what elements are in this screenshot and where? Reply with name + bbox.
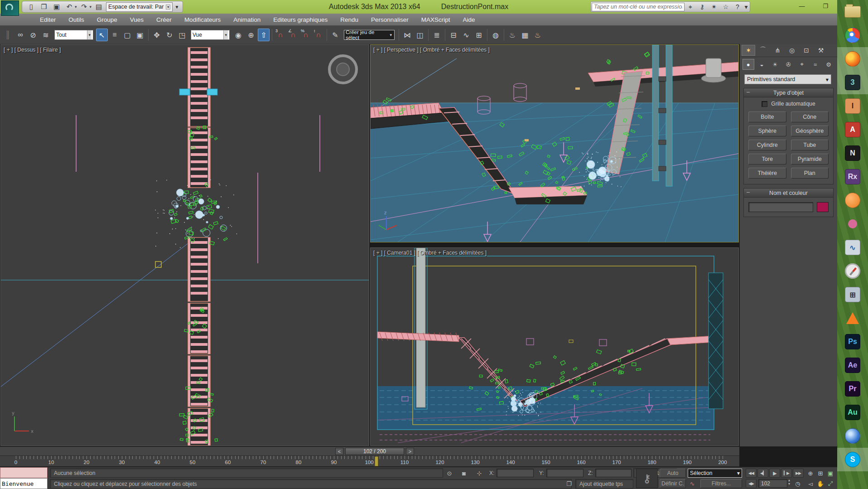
menu-rendu[interactable]: Rendu xyxy=(334,14,365,25)
desktop-icon-photoshop[interactable]: Ps xyxy=(837,330,868,353)
reference-coordinate-dropdown[interactable]: Vue ▾ xyxy=(191,30,230,40)
select-object-button[interactable]: ↖ xyxy=(96,29,108,41)
search-icon[interactable]: ⌖ xyxy=(685,3,696,11)
zoom-viewport-button[interactable]: ⊕ xyxy=(805,469,815,478)
maxscript-mini-listener[interactable]: Bienvenue xyxy=(0,467,48,489)
workspace-dropdown[interactable]: Espace de travail: Par ▾ xyxy=(106,2,173,12)
menu-animation[interactable]: Animation xyxy=(227,14,267,25)
orbit-maximize-button[interactable]: ⤢ xyxy=(825,479,835,488)
category-spacewarps-icon[interactable]: ≈ xyxy=(810,59,821,70)
desktop-icon-premiere[interactable]: Pr xyxy=(837,377,868,401)
default-tangent-icon[interactable]: ∿ xyxy=(688,479,697,488)
key-mode-toggle[interactable]: ◀▶ xyxy=(746,479,757,488)
object-color-swatch[interactable] xyxy=(817,202,829,212)
communication-center-icon[interactable]: ✴ xyxy=(708,3,720,10)
selection-region-button[interactable]: ▢ xyxy=(121,29,133,41)
rendered-frame-window-button[interactable]: ▦ xyxy=(519,29,531,41)
subscription-key-icon[interactable]: ⚷ xyxy=(696,3,708,10)
open-file-button[interactable]: ❒ xyxy=(39,2,49,12)
geometry-category-dropdown[interactable]: Primitives standard ▾ xyxy=(744,74,831,84)
category-cameras-icon[interactable]: ✇ xyxy=(783,59,795,70)
desktop-icon-monitor-graph[interactable]: ∿ xyxy=(837,236,868,259)
align-button[interactable]: ◫ xyxy=(414,29,426,41)
desktop-icon-nuke[interactable]: N xyxy=(837,141,868,165)
favorites-star-icon[interactable]: ☆ xyxy=(720,3,732,10)
spinner-snap-toggle[interactable]: ↕∩ xyxy=(313,29,324,41)
desktop-icon-compass[interactable] xyxy=(837,259,868,283)
create-tore-button[interactable]: Tore xyxy=(748,154,786,165)
scene-explorer-button[interactable]: ⊟ xyxy=(448,29,459,41)
time-slider-handle[interactable]: 102 / 200 xyxy=(345,448,404,455)
menu-editer[interactable]: Editer xyxy=(34,14,62,25)
desktop-icon-autocad[interactable]: A xyxy=(837,118,868,141)
tab-modify-icon[interactable]: ⌒ xyxy=(756,45,770,56)
create-bo-te-button[interactable]: Boîte xyxy=(748,111,786,122)
desktop-icon-chrome[interactable] xyxy=(837,24,868,47)
select-and-rotate-button[interactable]: ↻ xyxy=(164,29,175,41)
restore-button[interactable]: ❐ xyxy=(814,0,837,12)
project-folder-button[interactable]: ▤ xyxy=(93,2,104,12)
select-and-move-button[interactable]: ✥ xyxy=(151,29,163,41)
desktop-icon-skype[interactable]: S xyxy=(837,448,868,471)
y-coordinate-field[interactable] xyxy=(546,469,583,477)
create-th-i-re-button[interactable]: Théière xyxy=(748,168,786,179)
undo-caret-icon[interactable]: ▾ xyxy=(75,5,77,9)
tab-motion-icon[interactable]: ◎ xyxy=(785,45,799,56)
menu-aide[interactable]: Aide xyxy=(456,14,481,25)
new-file-button[interactable]: ▯ xyxy=(26,2,37,12)
help-caret-icon[interactable]: ▾ xyxy=(743,3,749,10)
z-coordinate-field[interactable] xyxy=(595,469,632,477)
redo-caret-icon[interactable]: ▾ xyxy=(90,5,92,9)
menu-maxscript[interactable]: MAXScript xyxy=(415,14,457,25)
listener-script-line[interactable]: Bienvenue xyxy=(0,478,48,489)
viewport-perspective[interactable]: [ + ] [ Perspective ] [ Ombré + Faces dé… xyxy=(370,44,739,242)
viewport-top-label[interactable]: [ + ] [ Dessus ] [ Filaire ] xyxy=(4,47,61,53)
tab-hierarchy-icon[interactable]: ⋔ xyxy=(771,45,784,56)
tab-utilities-icon[interactable]: ⚒ xyxy=(814,45,828,56)
time-tag-window-icon[interactable]: ❐ xyxy=(564,479,574,488)
zoom-all-button[interactable]: ⊞ xyxy=(815,469,825,478)
auto-key-button[interactable]: Auto xyxy=(660,469,686,478)
previous-frame-button[interactable]: ◀▎ xyxy=(757,469,768,478)
bind-to-space-warp-button[interactable]: ≋ xyxy=(40,29,52,41)
time-tag-field[interactable]: Ajout étiquette tps xyxy=(575,479,633,489)
viewport-camera-label[interactable]: [ + ] [ Camera01 ] [ Ombré + Faces délim… xyxy=(373,250,487,256)
key-filters-button[interactable]: Filtres... xyxy=(700,479,742,488)
desktop-icon-firefox[interactable] xyxy=(837,47,868,71)
menu-personnaliser[interactable]: Personnaliser xyxy=(365,14,415,25)
absolute-offset-toggle-icon[interactable]: ⊹ xyxy=(475,469,484,478)
edit-named-selection-sets-button[interactable]: ✎ xyxy=(329,29,341,41)
create-tube-button[interactable]: Tube xyxy=(791,140,829,150)
category-lights-icon[interactable]: ☀ xyxy=(769,59,781,70)
key-filter-selection-dropdown[interactable]: Sélection ▾ xyxy=(688,469,742,478)
percent-snap-toggle[interactable]: %∩ xyxy=(300,29,312,41)
category-systems-icon[interactable]: ⚙ xyxy=(823,59,834,70)
help-button[interactable]: ? xyxy=(732,3,743,10)
next-frame-button[interactable]: ▎▶ xyxy=(781,469,792,478)
redo-button[interactable]: ↷ xyxy=(79,2,90,12)
window-crossing-toggle[interactable]: ▣ xyxy=(134,29,146,41)
selection-filter-dropdown[interactable]: Tout ▾ xyxy=(54,30,93,40)
menu-groupe[interactable]: Groupe xyxy=(91,14,124,25)
desktop-icon-small-pink-app[interactable] xyxy=(837,212,868,236)
layer-manager-button[interactable]: ≣ xyxy=(431,29,443,41)
create-c-ne-button[interactable]: Cône xyxy=(791,111,829,122)
listener-macro-line[interactable] xyxy=(0,467,48,478)
pan-view-button[interactable]: ✋ xyxy=(815,479,825,488)
viewport-perspective-label[interactable]: [ + ] [ Perspective ] [ Ombré + Faces dé… xyxy=(373,47,490,53)
desktop-icon-calculator[interactable]: ⊞ xyxy=(837,283,868,306)
current-frame-field[interactable]: 102 xyxy=(758,479,787,488)
angle-snap-toggle[interactable]: ∠∩ xyxy=(287,29,299,41)
desktop-icon-vlc[interactable] xyxy=(837,306,868,330)
schematic-view-button[interactable]: ⊞ xyxy=(473,29,485,41)
category-shapes-icon[interactable]: ◒ xyxy=(756,59,768,70)
keyboard-shortcut-override-toggle[interactable]: ⇧ xyxy=(258,29,270,41)
go-to-end-button[interactable]: ▶▶ xyxy=(793,469,804,478)
desktop-icon-indesign[interactable]: I xyxy=(837,94,868,118)
category-geometry-icon[interactable]: ● xyxy=(743,59,754,70)
select-by-name-button[interactable]: ≡ xyxy=(109,29,121,41)
select-and-scale-button[interactable]: ◳ xyxy=(176,29,188,41)
autogrid-checkbox[interactable] xyxy=(762,101,767,107)
create-g-osph-re-button[interactable]: Géosphère xyxy=(791,126,829,136)
next-frame-arrow[interactable]: > xyxy=(406,448,414,455)
